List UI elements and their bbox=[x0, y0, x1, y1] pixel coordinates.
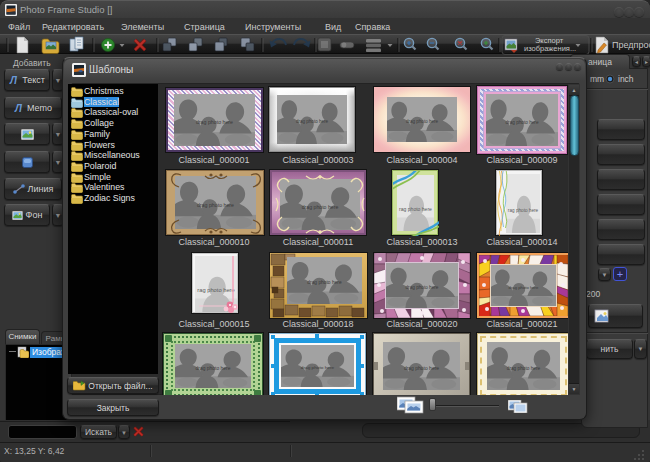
svg-text:Л: Л bbox=[14, 103, 23, 113]
svg-text:Л: Л bbox=[9, 75, 18, 85]
